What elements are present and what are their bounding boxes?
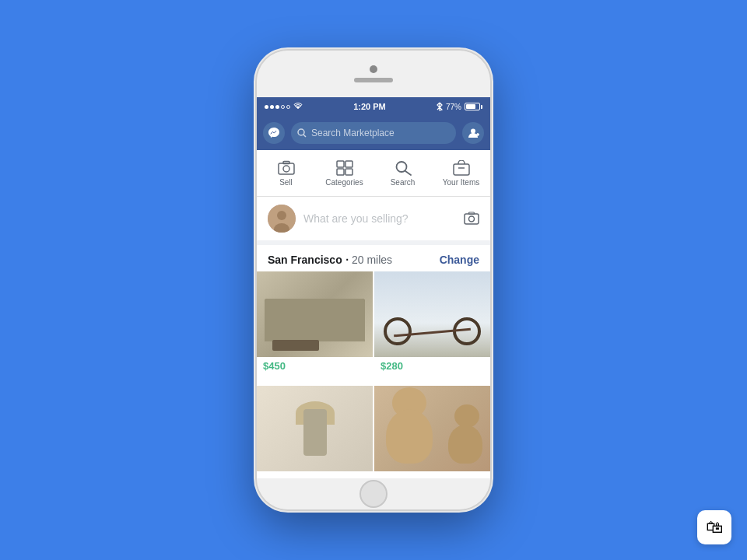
svg-point-2 bbox=[471, 129, 475, 134]
user-avatar bbox=[268, 205, 296, 233]
phone-top-bezel bbox=[257, 51, 490, 97]
phone-home-button[interactable] bbox=[359, 480, 388, 508]
battery-pct: 77% bbox=[446, 103, 461, 111]
tab-sell[interactable]: Sell bbox=[257, 160, 315, 187]
bears-image bbox=[374, 386, 490, 471]
svg-point-12 bbox=[396, 162, 406, 172]
battery-icon bbox=[465, 103, 482, 110]
search-bar-icon bbox=[297, 128, 307, 138]
svg-rect-11 bbox=[345, 169, 352, 175]
phone-speaker bbox=[354, 78, 393, 82]
location-info: San Francisco · 20 miles bbox=[268, 253, 392, 267]
camera-icon bbox=[278, 160, 295, 176]
svg-point-0 bbox=[298, 129, 304, 135]
lamp-image bbox=[257, 386, 373, 471]
nav-bar: Search Marketplace bbox=[257, 116, 490, 150]
svg-line-13 bbox=[405, 171, 411, 175]
search-bar[interactable]: Search Marketplace bbox=[291, 122, 456, 144]
bag-icon bbox=[453, 160, 470, 176]
svg-rect-19 bbox=[465, 214, 479, 224]
search-tab-icon bbox=[395, 160, 412, 176]
tab-search[interactable]: Search bbox=[374, 160, 432, 187]
marketplace-watermark: 🛍 bbox=[697, 510, 731, 544]
status-right: 77% bbox=[437, 102, 482, 111]
profile-icon bbox=[467, 127, 479, 139]
phone-bottom-bezel bbox=[257, 478, 490, 509]
search-bar-text: Search Marketplace bbox=[311, 128, 450, 138]
location-distance: 20 miles bbox=[352, 254, 392, 266]
change-location-button[interactable]: Change bbox=[440, 254, 479, 266]
bear-large-body bbox=[386, 409, 433, 464]
bear-small-body bbox=[448, 425, 482, 464]
svg-rect-14 bbox=[454, 164, 469, 175]
status-bar: 1:20 PM 77% bbox=[257, 97, 490, 116]
sofa-image bbox=[257, 271, 373, 357]
bluetooth-icon bbox=[437, 102, 443, 111]
sofa-table bbox=[272, 340, 319, 351]
grid-icon bbox=[336, 160, 353, 176]
svg-rect-9 bbox=[345, 161, 352, 167]
messenger-button[interactable] bbox=[263, 122, 285, 144]
tab-your-items-label: Your Items bbox=[443, 178, 479, 187]
tab-bar: Sell Categories Search bbox=[257, 150, 490, 197]
status-signal bbox=[265, 103, 303, 111]
signal-dot-1 bbox=[265, 105, 268, 109]
svg-rect-7 bbox=[283, 161, 289, 163]
avatar-svg bbox=[268, 205, 296, 233]
phone-shell: 1:20 PM 77% bbox=[257, 51, 490, 509]
tab-your-items[interactable]: Your Items bbox=[432, 160, 490, 187]
status-time: 1:20 PM bbox=[353, 102, 386, 111]
watermark-icon: 🛍 bbox=[706, 517, 723, 537]
lamp-body bbox=[303, 409, 327, 456]
location-city: San Francisco bbox=[268, 254, 342, 266]
sofa-seat bbox=[265, 299, 365, 341]
tab-categories-label: Categories bbox=[325, 178, 363, 187]
product-lamp[interactable] bbox=[257, 386, 373, 479]
messenger-icon bbox=[268, 127, 280, 139]
tab-search-label: Search bbox=[391, 178, 416, 187]
location-separator: · bbox=[345, 254, 352, 266]
location-bar: San Francisco · 20 miles Change bbox=[257, 245, 490, 271]
post-input-text[interactable]: What are you selling? bbox=[303, 212, 456, 225]
signal-dot-2 bbox=[270, 105, 274, 109]
bear-small-head bbox=[454, 404, 479, 428]
svg-rect-10 bbox=[337, 169, 344, 175]
products-grid: $450 $280 bbox=[257, 271, 490, 478]
signal-dot-3 bbox=[275, 105, 279, 109]
bike-price: $280 bbox=[374, 357, 490, 376]
phone-camera bbox=[370, 65, 377, 73]
post-camera-icon[interactable] bbox=[464, 212, 479, 226]
svg-point-20 bbox=[469, 216, 475, 222]
svg-rect-8 bbox=[337, 161, 344, 167]
wifi-icon bbox=[293, 103, 303, 111]
svg-line-1 bbox=[303, 135, 306, 137]
phone-screen: 1:20 PM 77% bbox=[257, 97, 490, 478]
svg-point-6 bbox=[283, 166, 289, 172]
signal-dot-4 bbox=[281, 105, 285, 109]
svg-rect-5 bbox=[279, 163, 294, 174]
tab-sell-label: Sell bbox=[279, 178, 293, 187]
tab-categories[interactable]: Categories bbox=[315, 160, 374, 187]
product-bears[interactable] bbox=[374, 386, 490, 479]
product-sofa[interactable]: $450 bbox=[257, 271, 373, 384]
post-input-bar: What are you selling? bbox=[257, 197, 490, 245]
bike-wheel-left bbox=[384, 317, 412, 345]
profile-button[interactable] bbox=[462, 122, 484, 144]
bike-image bbox=[374, 271, 490, 357]
signal-dots bbox=[265, 105, 290, 109]
signal-dot-5 bbox=[286, 105, 290, 109]
sofa-price: $450 bbox=[257, 357, 373, 376]
product-bike[interactable]: $280 bbox=[374, 271, 490, 384]
svg-point-17 bbox=[277, 211, 286, 220]
